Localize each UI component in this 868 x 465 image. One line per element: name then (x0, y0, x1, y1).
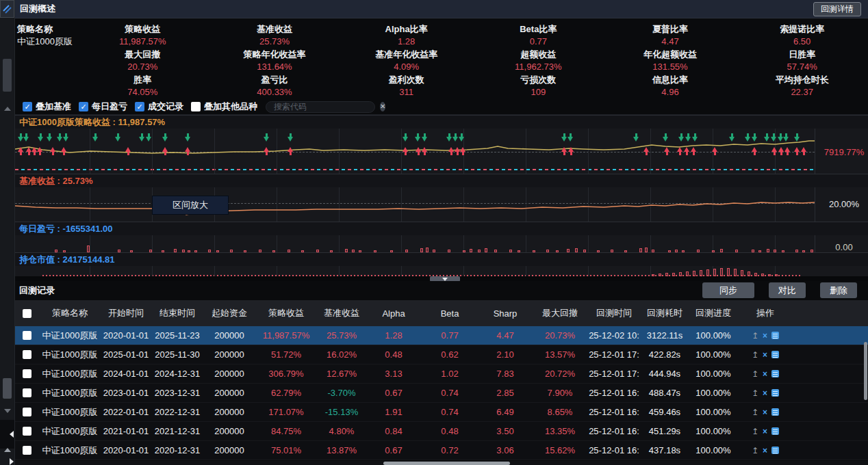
column-header[interactable]: 策略名称 (38, 307, 101, 319)
pnl-bar (518, 250, 520, 252)
column-header[interactable]: 回测进度 (689, 307, 738, 319)
table-vertical-scrollbar[interactable] (864, 342, 867, 400)
daily-pnl-chart[interactable]: 0.00 (15, 235, 868, 252)
pnl-bar (194, 250, 197, 252)
column-header[interactable]: Sharp (478, 308, 533, 319)
pnl-bar (345, 249, 348, 252)
table-horizontal-scrollbar[interactable] (383, 462, 510, 465)
row-checkbox[interactable] (23, 427, 31, 436)
log-icon[interactable] (771, 332, 779, 339)
table-cell: 100.00% (689, 445, 738, 455)
buy-signal-arrow-icon (416, 147, 422, 155)
table-cell: 2024-01-01 (101, 369, 151, 379)
table-row[interactable]: 中证1000原版2023-01-012023-12-3120000062.79%… (15, 384, 868, 403)
column-header[interactable]: 结束时间 (151, 307, 204, 319)
position-value-chart[interactable] (15, 266, 868, 276)
table-row[interactable]: 中证1000原版2024-01-012024-12-31200000306.79… (15, 364, 868, 384)
stat-value: 0.77 (472, 36, 604, 48)
clear-search-icon[interactable]: ✕ (380, 102, 385, 111)
delete-record-icon[interactable]: × (763, 447, 767, 455)
column-header[interactable]: 操作 (738, 307, 793, 319)
overlay-checkbox-item[interactable]: ✓每日盈亏 (79, 101, 127, 113)
column-header[interactable]: 回测耗时 (641, 307, 689, 319)
overlay-checkbox-item[interactable]: 叠加其他品种 (191, 101, 257, 113)
delete-button[interactable]: 删除 (820, 282, 857, 298)
column-header[interactable]: 基准收益 (318, 307, 366, 319)
column-header[interactable]: 策略收益 (255, 307, 318, 319)
row-checkbox[interactable] (23, 446, 31, 455)
sell-signal-arrow-icon (446, 133, 452, 142)
stat-label: 盈利次数 (340, 74, 472, 86)
rail-scroll-down-icon[interactable] (4, 409, 11, 413)
pin-top-icon[interactable]: ↥ (752, 447, 758, 455)
table-cell: 3.06 (478, 445, 533, 455)
rail-expand-left-icon[interactable] (10, 431, 14, 438)
pin-top-icon[interactable]: ↥ (752, 389, 758, 397)
pnl-bar (426, 248, 429, 252)
pin-top-icon[interactable]: ↥ (752, 427, 758, 436)
pin-top-icon[interactable]: ↥ (752, 370, 758, 378)
sync-button[interactable]: 同步 (702, 282, 754, 298)
column-header[interactable]: 最大回撤 (533, 307, 587, 319)
row-checkbox[interactable] (23, 350, 31, 359)
row-checkbox[interactable] (23, 369, 31, 378)
rail-scroll-thumb[interactable] (3, 378, 12, 399)
table-row[interactable]: 中证1000原版2020-01-012020-12-3120000075.01%… (15, 441, 868, 460)
row-checkbox[interactable] (23, 388, 31, 397)
pin-top-icon[interactable]: ↥ (752, 351, 758, 359)
log-icon[interactable] (771, 408, 779, 416)
search-input[interactable] (270, 102, 380, 111)
table-cell: 0.67 (366, 445, 422, 455)
checkbox[interactable] (191, 102, 201, 111)
rail-bottom-up-icon[interactable] (4, 448, 11, 452)
table-row[interactable]: 中证1000原版2025-01-012025-11-3020000051.72%… (15, 345, 868, 364)
column-header[interactable]: Alpha (366, 308, 422, 319)
delete-record-icon[interactable]: × (763, 427, 767, 436)
overlay-checkbox-item[interactable]: ✓叠加基准 (23, 101, 71, 113)
delete-record-icon[interactable]: × (763, 370, 767, 378)
pnl-bar (63, 250, 66, 252)
column-header[interactable]: 回测时间 (587, 307, 641, 319)
pin-top-icon[interactable]: ↥ (752, 332, 758, 340)
select-all-checkbox[interactable] (23, 309, 31, 318)
column-header[interactable]: Beta (422, 308, 478, 319)
log-icon[interactable] (771, 370, 779, 377)
delete-record-icon[interactable]: × (763, 332, 767, 340)
collapsed-panel-tab[interactable] (3, 59, 12, 92)
checkbox[interactable]: ✓ (23, 102, 32, 111)
table-row[interactable]: 中证1000原版2020-01-012025-11-2320000011,987… (15, 326, 868, 345)
row-checkbox[interactable] (23, 331, 31, 340)
rail-scroll-up-icon[interactable] (4, 107, 11, 111)
table-cell: 75.01% (255, 445, 318, 455)
compare-button[interactable]: 对比 (769, 282, 806, 298)
benchmark-return-chart[interactable]: 20.00% 区间放大 (15, 187, 868, 222)
pnl-bar (720, 249, 723, 252)
table-cell: 2.85 (478, 388, 533, 398)
column-header[interactable]: 开始时间 (101, 307, 151, 319)
pin-top-icon[interactable]: ↥ (752, 408, 758, 416)
backtest-detail-button[interactable]: 回测详情 (813, 2, 861, 16)
range-zoom-button[interactable]: 区间放大 (152, 196, 229, 215)
table-row[interactable]: 中证1000原版2022-01-012022-12-31200000171.07… (15, 403, 868, 422)
row-checkbox[interactable] (23, 408, 31, 416)
log-icon[interactable] (771, 389, 779, 397)
rail-expand-right-icon[interactable] (10, 458, 14, 465)
stat-value: 57.74% (736, 61, 868, 73)
log-icon[interactable] (771, 427, 779, 435)
log-icon[interactable] (771, 351, 779, 358)
log-icon[interactable] (771, 447, 779, 454)
delete-record-icon[interactable]: × (763, 351, 767, 359)
column-header[interactable]: 起始资金 (204, 307, 255, 319)
checkbox[interactable]: ✓ (135, 102, 144, 111)
stat-cell: 盈亏比400.33% (209, 74, 341, 99)
delete-record-icon[interactable]: × (763, 408, 767, 416)
table-row[interactable]: 中证1000原版2021-01-012021-12-3120000084.75%… (15, 422, 868, 441)
select-all-cell (15, 309, 38, 318)
overlay-checkbox-item[interactable]: ✓成交记录 (135, 101, 183, 113)
table-cell: 2020-01-01 (101, 330, 151, 341)
checkbox[interactable]: ✓ (79, 102, 88, 111)
strategy-return-chart[interactable]: 7919.77% (15, 129, 868, 174)
stat-cell: Alpha比率1.28 (340, 23, 472, 49)
app-logo-icon[interactable] (0, 0, 14, 18)
delete-record-icon[interactable]: × (763, 389, 767, 397)
